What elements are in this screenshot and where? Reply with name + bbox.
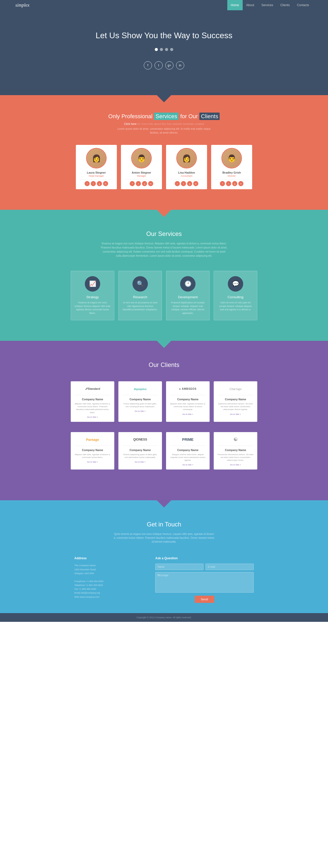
team-social-g-2[interactable]: g	[142, 181, 147, 186]
clients-section: Our Clients 𝒮 Standard Company Name Aliq…	[0, 341, 328, 500]
hero-dot-2[interactable]	[160, 48, 163, 51]
client-desc-standard: Aliquam nibh ante, egestas id dictum a, …	[74, 402, 111, 414]
nav-links: Home About Services Clients Contacts	[227, 0, 313, 10]
team-social-t-3[interactable]: t	[181, 181, 186, 186]
contact-name-input[interactable]	[155, 564, 203, 570]
social-facebook[interactable]: f	[144, 61, 152, 69]
hero-dot-4[interactable]	[170, 48, 173, 51]
client-link-ambseos[interactable]: Go to Site >	[170, 413, 206, 415]
address-line2: 1903 Mountain Road	[74, 568, 140, 571]
client-link-qioness[interactable]: Go to Site >	[122, 461, 158, 463]
client-desc-chat: Daemons elementum dictum. Sit enim est d…	[217, 402, 254, 411]
team-social-f-4[interactable]: f	[220, 181, 225, 186]
team-card-1: 👩 Laura Stegner Head manager f t g in	[76, 145, 117, 189]
contact-message-input[interactable]	[155, 572, 254, 593]
contact-columns: Address The Company Name 1903 Mountain R…	[74, 556, 254, 603]
client-desc-pantage: Aliquam nibh ante, egestas id dictum a, …	[74, 453, 111, 459]
contact-email-input[interactable]	[205, 564, 254, 570]
services-section: Our Services Vivamus at magna non nunc t…	[0, 210, 328, 341]
client-desc-qioness: Viverra adipiscing quam id diam gitto, n…	[122, 453, 158, 459]
client-name-ambseos: Company Name	[170, 398, 206, 401]
client-logo-chat: Chat logo	[217, 385, 254, 395]
team-social-f-3[interactable]: f	[175, 181, 180, 186]
hero-dot-3[interactable]	[165, 48, 168, 51]
contact-submit-button[interactable]: Send!	[195, 596, 215, 603]
team-title-services: Services	[154, 113, 178, 120]
team-social-t-4[interactable]: t	[226, 181, 231, 186]
clients-grid-row2: Pantage Company Name Aliquam nibh ante, …	[26, 432, 302, 470]
client-card-prime: PRIME Company Name Nopque viverra nulla …	[166, 432, 209, 470]
service-title-strategy: Strategy	[74, 295, 110, 299]
contact-form: Ask a Question Send!	[155, 556, 254, 603]
client-logo-qioness: QIONESS	[122, 436, 158, 446]
nav-item-home[interactable]: Home	[227, 0, 243, 10]
hero-dots	[5, 48, 323, 51]
nav-link-home[interactable]: Home	[227, 0, 243, 10]
contact-section-top-arrow	[157, 500, 171, 507]
service-card-strategy: 📈 Strategy Vivamus at magna non nunc tri…	[71, 271, 114, 320]
client-link-prime[interactable]: Go to Site >	[170, 464, 206, 466]
address-line3: Glasgow, G64 5MK	[74, 571, 140, 576]
social-linkedin[interactable]: in	[176, 61, 184, 69]
team-social-g-1[interactable]: g	[97, 181, 102, 186]
nav-item-about[interactable]: About	[243, 0, 258, 10]
team-card-4: 👨 Bradley Grish Director f t g in	[211, 145, 252, 189]
client-logo-pantage: Pantage	[74, 436, 111, 446]
team-card-2: 👨 Anton Stegner Manager f t g in	[121, 145, 162, 189]
nav-link-contacts[interactable]: Contacts	[293, 0, 313, 10]
team-social-f-1[interactable]: f	[85, 181, 90, 186]
contact-section: Get in Touch Qyrto loremis at magna non …	[0, 500, 328, 613]
client-link-pantage[interactable]: Go to Site >	[74, 461, 111, 463]
client-name-aquaplus: Company Name	[122, 398, 158, 401]
services-section-top-arrow	[157, 210, 171, 217]
client-logotext-prime: PRIME	[182, 437, 194, 441]
nav-link-services[interactable]: Services	[258, 0, 277, 10]
client-logotext-pantage: Pantage	[86, 438, 99, 441]
team-social-t-1[interactable]: t	[91, 181, 96, 186]
service-cards: 📈 Strategy Vivamus at magna non nunc tri…	[26, 271, 302, 320]
team-section-top-arrow	[157, 95, 171, 102]
social-twitter[interactable]: t	[155, 61, 163, 69]
client-name-pantage: Company Name	[74, 448, 111, 452]
client-link-standard[interactable]: Go to Site >	[74, 416, 111, 418]
client-link-chat[interactable]: Go to Site >	[217, 413, 254, 415]
nav-logo: simplex	[15, 3, 30, 8]
team-social-g-3[interactable]: g	[187, 181, 192, 186]
nav-link-clients[interactable]: Clients	[277, 0, 293, 10]
contact-address-label: Address	[74, 556, 140, 560]
service-card-research: 🔍 Research At vero eos et accusamus et i…	[119, 271, 162, 320]
team-name-4: Bradley Grish	[214, 171, 249, 174]
client-logo-aquaplus: Aquaplus	[122, 385, 158, 395]
social-google[interactable]: g+	[165, 61, 173, 69]
client-link-brand4[interactable]: Go to Site >	[217, 464, 254, 466]
team-name-2: Anton Stegner	[124, 171, 159, 174]
team-socials-1: f t g in	[79, 181, 114, 186]
team-click-desc: for more info about this free website te…	[137, 122, 204, 125]
nav-item-contacts[interactable]: Contacts	[293, 0, 313, 10]
client-logotext-standard: 𝒮 Standard	[85, 387, 100, 391]
nav-link-about[interactable]: About	[243, 0, 258, 10]
team-social-g-4[interactable]: g	[232, 181, 237, 186]
client-name-standard: Company Name	[74, 398, 111, 401]
service-desc-strategy: Vivamus at magna non nunc tristique rhon…	[74, 301, 110, 315]
team-click-link[interactable]: Click here	[124, 122, 137, 125]
team-card-3: 👩 Lisa Haddon Accountant f t g in	[166, 145, 207, 189]
team-social-in-2[interactable]: in	[148, 181, 153, 186]
strategy-icon: 📈	[85, 276, 100, 291]
team-section-title: Only Professional Services for Our Clien…	[26, 113, 302, 120]
team-social-in-3[interactable]: in	[193, 181, 198, 186]
team-cards: 👩 Laura Stegner Head manager f t g in 👨 …	[26, 145, 302, 189]
team-lorem: Lorem ipsum dolor sit amet, consectetur …	[113, 127, 215, 135]
nav-item-services[interactable]: Services	[258, 0, 277, 10]
development-icon: 🕐	[180, 276, 196, 291]
hero-section: Let Us Show You the Way to Success f t g…	[0, 10, 328, 95]
nav-item-clients[interactable]: Clients	[277, 0, 293, 10]
hero-dot-1[interactable]	[155, 48, 158, 51]
team-social-in-1[interactable]: in	[103, 181, 108, 186]
service-card-consulting: 💬 Consulting Cibm do eros mi volu pate e…	[214, 271, 257, 320]
team-social-f-2[interactable]: f	[130, 181, 135, 186]
client-link-aquaplus[interactable]: Go to Site >	[122, 410, 158, 412]
client-card-qioness: QIONESS Company Name Viverra adipiscing …	[119, 432, 162, 470]
team-social-in-4[interactable]: in	[238, 181, 243, 186]
team-social-t-2[interactable]: t	[136, 181, 141, 186]
